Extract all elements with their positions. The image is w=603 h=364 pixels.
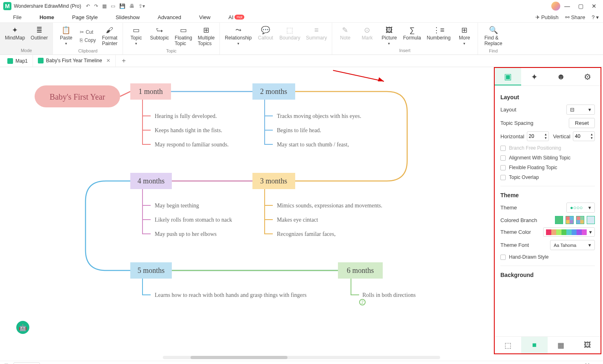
menu-advanced[interactable]: Advanced [149, 13, 190, 22]
rp-bottom-tabs: ⬚ ■ ▦ 🖼 [495, 336, 601, 353]
find-replace-button[interactable]: 🔍Find & Replace [480, 24, 507, 48]
topic-spacing-label: Topic Spacing [500, 120, 533, 126]
hand-drawn-checkbox[interactable]: Hand-Drawn Style [500, 254, 595, 260]
share-button[interactable]: ⚯ Share [565, 14, 585, 20]
publish-button[interactable]: ✈ Publish [535, 14, 559, 20]
horizontal-input[interactable]: ▴▾ [527, 131, 549, 141]
page-selector[interactable]: Page-1▾ [13, 362, 40, 364]
mindmap-mode-button[interactable]: ✦MindMap [2, 24, 27, 48]
find-group-label: Find [480, 48, 507, 54]
menu-page-style[interactable]: Page Style [63, 13, 107, 22]
sub-item[interactable]: Recognizes familar faces, [277, 231, 335, 237]
sub-item[interactable]: Rolls in both directions [362, 292, 416, 298]
menu-view[interactable]: View [190, 13, 219, 22]
sub-item[interactable]: May push up to her elbows [155, 231, 217, 237]
relationship-button[interactable]: ⤳Relationship▾ [222, 24, 254, 48]
add-page-button[interactable]: ＋ [45, 362, 57, 364]
save-icon[interactable]: 💾 [119, 3, 125, 9]
reset-button[interactable]: Reset [569, 118, 595, 128]
sub-item[interactable]: May start to such thumb / feast, [277, 142, 349, 148]
theme-label: Theme [500, 205, 517, 211]
floating-topic-button[interactable]: ▭Floating Topic [172, 24, 195, 48]
multiple-topics-button[interactable]: ⊞Multiple Topics [195, 24, 217, 48]
month-1-label: 1 month [138, 87, 163, 96]
close-tab-icon[interactable]: ✕ [106, 58, 110, 63]
user-avatar[interactable] [551, 2, 560, 11]
export-icon[interactable]: ⇪▾ [138, 3, 145, 9]
swatch-1[interactable] [555, 216, 563, 224]
numbering-button[interactable]: ⋮≡Numbering [424, 24, 453, 48]
sub-item[interactable]: Tracks moving objects with his eyes. [277, 113, 361, 119]
minimize-icon[interactable]: — [564, 3, 570, 9]
print-icon[interactable]: 🖶 [129, 3, 134, 9]
rp-tab-style-icon[interactable]: ✦ [521, 68, 548, 85]
doctab-active[interactable]: Baby's Fisrt Year Timeline✕ [33, 55, 116, 67]
theme-font-select[interactable]: Aa Tahoma▾ [550, 240, 595, 250]
canvas[interactable]: Baby's First Year 1 month Hearing is ful… [0, 67, 494, 354]
root-label: Baby's First Year [50, 92, 105, 102]
sub-item[interactable]: Likely rolls from stomach to nack [155, 217, 232, 223]
layout-select[interactable]: ⊟ ▾ [566, 105, 595, 115]
new-icon[interactable]: ▦ [102, 3, 107, 9]
ai-bot-icon[interactable]: 🤖 [16, 321, 29, 334]
menu-file[interactable]: File [4, 13, 31, 22]
background-title: Background [500, 272, 595, 278]
boundary-button[interactable]: ⬚Boundary [277, 24, 303, 48]
rp-tab-emoji-icon[interactable]: ☻ [548, 68, 574, 85]
sub-item[interactable]: Makes eye cintact [277, 217, 318, 223]
topic-group-label: Topic [125, 48, 217, 54]
formula-button[interactable]: ∑Formula [401, 24, 423, 48]
status-bar: ☰ Page-1▾ ＋ Page-1 Count: 23 ▥ ▦ ⊞ − + 1… [0, 361, 603, 364]
doctab-map1[interactable]: Map1 [2, 55, 33, 67]
bg-none-icon[interactable]: ⬚ [495, 337, 521, 353]
note-button[interactable]: ✎Note [335, 24, 356, 48]
bg-pattern-icon[interactable]: ▦ [548, 337, 574, 353]
bg-solid-icon[interactable]: ■ [521, 337, 548, 353]
topic-button[interactable]: ▭Topic▾ [125, 24, 147, 48]
outliner-mode-button[interactable]: ≣Outliner [28, 24, 50, 48]
add-tab-button[interactable]: ＋ [116, 57, 132, 65]
sub-item[interactable]: Begins to life head. [277, 127, 321, 133]
callout-button[interactable]: 💬Callout [255, 24, 276, 48]
sub-item[interactable]: Keeps hands tight in the fists. [155, 127, 222, 133]
rp-tab-settings-icon[interactable]: ⚙ [574, 68, 601, 85]
align-sibling-checkbox[interactable]: Alignment With Sibling Topic [500, 155, 595, 161]
subtopic-button[interactable]: ⮑Subtopic [147, 24, 171, 48]
sub-item[interactable]: Mimics sounds, expressionas and movement… [277, 203, 382, 209]
sub-item[interactable]: Hearing is fully developed. [155, 113, 217, 119]
swatch-4[interactable] [587, 216, 595, 224]
paste-button[interactable]: 📋Paste▾ [55, 24, 77, 48]
theme-color-select[interactable]: ▾ [543, 227, 595, 237]
copy-button[interactable]: ⎘ Copy [77, 37, 98, 44]
flex-float-checkbox[interactable]: Flexible Floating Topic [500, 165, 595, 170]
open-icon[interactable]: ▭ [111, 3, 115, 9]
swatch-3[interactable] [576, 216, 584, 224]
theme-select[interactable]: ●○○○▾ [566, 203, 595, 213]
menu-home[interactable]: Home [31, 13, 63, 22]
rp-tab-layout-icon[interactable]: ▣ [495, 68, 521, 85]
vertical-input[interactable]: ▴▾ [573, 131, 595, 141]
mark-button[interactable]: ⊙Mark [357, 24, 378, 48]
more-button[interactable]: ⊞More▾ [454, 24, 475, 48]
canvas-scrollbar[interactable] [0, 354, 603, 361]
help-icon[interactable]: ? ▾ [592, 14, 599, 20]
close-icon[interactable]: ✕ [592, 3, 596, 9]
picture-button[interactable]: 🖼Picture▾ [379, 24, 400, 48]
branch-free-checkbox: Branch Free Positioning [500, 145, 595, 151]
swatch-2[interactable] [566, 216, 574, 224]
menu-ai[interactable]: AIHot [219, 13, 253, 22]
overlap-checkbox[interactable]: Topic Overlap [500, 174, 595, 180]
month-5-label: 5 months [138, 266, 165, 275]
format-painter-button[interactable]: 🖌Format Painter [99, 24, 120, 48]
redo-icon[interactable]: ↷ [94, 3, 98, 9]
undo-icon[interactable]: ↶ [86, 3, 90, 9]
summary-button[interactable]: ≡Summary [304, 24, 329, 48]
maximize-icon[interactable]: ▢ [578, 3, 583, 9]
cut-button[interactable]: ✂ Cut [77, 28, 98, 36]
sub-item[interactable]: May begin teething [155, 203, 199, 209]
mindmap-svg: Baby's First Year 1 month Hearing is ful… [0, 67, 493, 352]
bg-image-icon[interactable]: 🖼 [574, 337, 601, 353]
menu-slideshow[interactable]: Slideshow [107, 13, 149, 22]
sub-item[interactable]: May respond to familiar sounds. [155, 142, 229, 148]
sub-item[interactable]: Learns how to reach with both hands and … [155, 292, 307, 298]
